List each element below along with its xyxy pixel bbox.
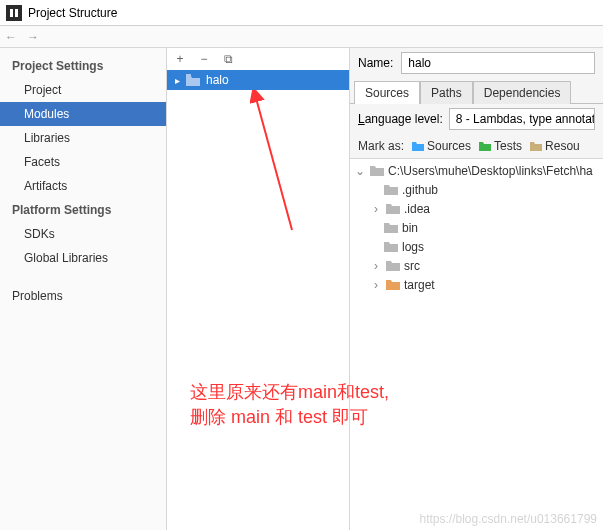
annotation-text: 这里原来还有main和test, 删除 main 和 test 即可 [190,380,389,430]
tree-root[interactable]: ⌄ C:\Users\muhe\Desktop\links\Fetch\ha [350,161,603,180]
folder-icon [370,165,384,176]
copy-module-button[interactable]: ⧉ [219,50,237,68]
language-level-label: Language level: [358,112,443,126]
tree-item-idea[interactable]: › .idea [350,199,603,218]
folder-icon [386,203,400,214]
sidebar-item-facets[interactable]: Facets [0,150,166,174]
module-details-panel: Name: Sources Paths Dependencies Languag… [350,48,603,530]
sidebar-item-libraries[interactable]: Libraries [0,126,166,150]
folder-icon [386,260,400,271]
name-label: Name: [358,56,393,70]
sidebar-heading-platform-settings: Platform Settings [0,198,166,222]
folder-icon [386,279,400,290]
tree-item-src[interactable]: › src [350,256,603,275]
folder-icon [186,74,200,86]
folder-icon [384,222,398,233]
watermark-text: https://blog.csdn.net/u013661799 [420,512,597,526]
mark-resources-button[interactable]: Resou [530,139,580,153]
tab-paths[interactable]: Paths [420,81,473,104]
svg-rect-0 [10,9,13,17]
tree-item-bin[interactable]: bin [350,218,603,237]
tab-dependencies[interactable]: Dependencies [473,81,572,104]
tab-sources[interactable]: Sources [354,81,420,104]
sidebar-item-project[interactable]: Project [0,78,166,102]
sidebar-item-artifacts[interactable]: Artifacts [0,174,166,198]
nav-back-button[interactable]: ← [0,28,22,46]
chevron-right-icon: ▸ [175,75,180,86]
nav-forward-button[interactable]: → [22,28,44,46]
window-title: Project Structure [28,6,117,20]
sidebar-heading-project-settings: Project Settings [0,54,166,78]
tree-root-label: C:\Users\muhe\Desktop\links\Fetch\ha [388,164,593,178]
tree-item-github[interactable]: .github [350,180,603,199]
language-level-select[interactable]: 8 - Lambdas, type annotat [449,108,595,130]
sidebar-item-sdks[interactable]: SDKs [0,222,166,246]
chevron-right-icon[interactable]: › [370,202,382,216]
folder-icon [530,141,542,151]
sidebar-item-problems[interactable]: Problems [0,284,166,308]
folder-icon [384,241,398,252]
modules-panel: + − ⧉ ▸ halo [167,48,350,530]
mark-sources-button[interactable]: Sources [412,139,471,153]
mark-tests-button[interactable]: Tests [479,139,522,153]
chevron-right-icon[interactable]: › [370,259,382,273]
svg-rect-1 [15,9,18,17]
settings-sidebar: Project Settings Project Modules Librari… [0,48,167,530]
tree-item-logs[interactable]: logs [350,237,603,256]
folder-icon [384,184,398,195]
sidebar-item-global-libraries[interactable]: Global Libraries [0,246,166,270]
folder-icon [479,141,491,151]
detail-tabs: Sources Paths Dependencies [350,78,603,104]
chevron-right-icon[interactable]: › [370,278,382,292]
module-item-halo[interactable]: ▸ halo [167,70,349,90]
folder-icon [412,141,424,151]
mark-as-label: Mark as: [358,139,404,153]
add-module-button[interactable]: + [171,50,189,68]
chevron-down-icon[interactable]: ⌄ [354,164,366,178]
remove-module-button[interactable]: − [195,50,213,68]
module-name-input[interactable] [401,52,595,74]
source-tree: ⌄ C:\Users\muhe\Desktop\links\Fetch\ha .… [350,158,603,530]
app-icon [6,5,22,21]
module-item-label: halo [206,73,229,87]
tree-item-target[interactable]: › target [350,275,603,294]
sidebar-item-modules[interactable]: Modules [0,102,166,126]
